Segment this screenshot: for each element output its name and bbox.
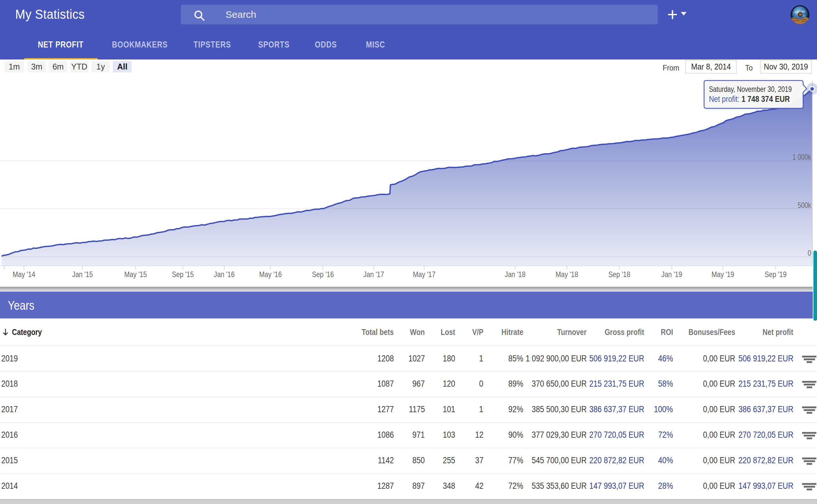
svg-text:May '15: May '15 <box>124 270 147 279</box>
svg-text:1 000k: 1 000k <box>792 153 811 161</box>
svg-text:Sep '16: Sep '16 <box>312 270 334 279</box>
svg-text:500k: 500k <box>798 201 811 209</box>
svg-text:Jan '18: Jan '18 <box>505 270 525 279</box>
svg-text:Jan '15: Jan '15 <box>72 270 93 279</box>
svg-text:Sep '15: Sep '15 <box>172 270 194 279</box>
svg-text:May '17: May '17 <box>413 270 435 279</box>
svg-text:May '18: May '18 <box>555 270 578 279</box>
svg-text:Sep '18: Sep '18 <box>608 270 630 279</box>
svg-text:0: 0 <box>808 249 811 257</box>
svg-text:Jan '19: Jan '19 <box>661 270 682 279</box>
svg-text:May '16: May '16 <box>259 270 282 279</box>
svg-text:Sep '19: Sep '19 <box>765 270 787 279</box>
svg-text:Jan '16: Jan '16 <box>214 270 235 279</box>
svg-text:Jan '17: Jan '17 <box>363 270 384 279</box>
svg-text:Saturday, November 30, 2019: Saturday, November 30, 2019 <box>709 85 792 93</box>
svg-text:May '14: May '14 <box>13 270 35 279</box>
svg-text:Net profit: 1 748 374 EUR: Net profit: 1 748 374 EUR <box>709 94 790 103</box>
svg-text:May '19: May '19 <box>712 270 734 279</box>
